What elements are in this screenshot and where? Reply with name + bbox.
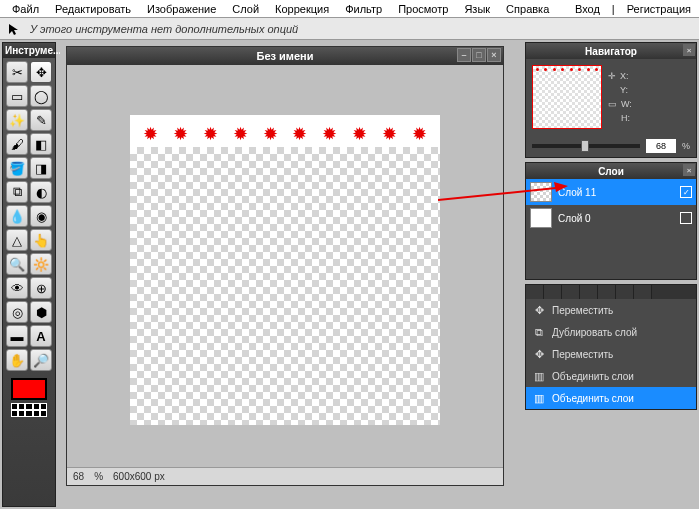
burn-tool[interactable]: 🔆	[30, 253, 52, 275]
login-link[interactable]: Вход	[571, 1, 604, 17]
move-icon: ✥	[532, 303, 546, 317]
maximize-button[interactable]: □	[472, 48, 486, 62]
hand-tool[interactable]: ✋	[6, 349, 28, 371]
sponge-tool[interactable]: ◉	[30, 205, 52, 227]
move-tool-icon	[4, 20, 24, 38]
move-icon: ✥	[532, 347, 546, 361]
rect-icon-info: ▭	[608, 99, 617, 109]
stamp-tool[interactable]: ⬢	[30, 301, 52, 323]
panel-close-icon[interactable]: ×	[683, 44, 695, 56]
history-item[interactable]: ✥ Переместить	[526, 343, 696, 365]
canvas-area: Без имени – □ × ✹ ✹ ✹ ✹ ✹ ✹ ✹	[60, 42, 521, 507]
layer-thumbnail	[530, 208, 552, 228]
zoom-input[interactable]: 68	[646, 139, 676, 153]
zoom-tool[interactable]: 🔎	[30, 349, 52, 371]
separator: |	[608, 1, 619, 17]
history-item[interactable]: ▥ Объединить слои	[526, 387, 696, 409]
spot-tool[interactable]: ⊕	[30, 277, 52, 299]
lasso-tool[interactable]: ◯	[30, 85, 52, 107]
star-shape: ✹	[143, 123, 158, 145]
layer-visibility-checkbox[interactable]: ✓	[680, 186, 692, 198]
history-item[interactable]: ✥ Переместить	[526, 299, 696, 321]
toolbox-title: Инструме...	[3, 43, 55, 58]
history-tabs	[526, 285, 696, 299]
options-bar: У этого инструмента нет дополнительных о…	[0, 18, 699, 40]
type-tool[interactable]: A	[30, 325, 52, 347]
canvas-dims: 600x600 px	[113, 471, 165, 482]
bucket-tool[interactable]: 🪣	[6, 157, 28, 179]
menu-layer[interactable]: Слой	[224, 1, 267, 17]
history-tab[interactable]	[562, 285, 580, 299]
history-label: Объединить слои	[552, 371, 634, 382]
menu-file[interactable]: Файл	[4, 1, 47, 17]
navigator-thumbnail[interactable]	[532, 65, 602, 129]
history-tab[interactable]	[544, 285, 562, 299]
pinch-tool[interactable]: ◎	[6, 301, 28, 323]
star-shape: ✹	[292, 123, 307, 145]
document-statusbar: 68 % 600x600 px	[67, 467, 503, 485]
layer-thumbnail	[530, 182, 552, 202]
move-tool[interactable]: ✥	[30, 61, 52, 83]
navigator-title: Навигатор	[585, 46, 637, 57]
history-item[interactable]: ⧉ Дублировать слой	[526, 321, 696, 343]
history-tab[interactable]	[580, 285, 598, 299]
blur-tool[interactable]: 💧	[6, 205, 28, 227]
canvas[interactable]: ✹ ✹ ✹ ✹ ✹ ✹ ✹ ✹ ✹ ✹	[130, 115, 440, 425]
minimize-button[interactable]: –	[457, 48, 471, 62]
dodge-tool[interactable]: 🔍	[6, 253, 28, 275]
star-shape: ✹	[322, 123, 337, 145]
star-shape: ✹	[352, 123, 367, 145]
pencil-tool[interactable]: ✎	[30, 109, 52, 131]
transparent-area	[130, 147, 440, 425]
document-viewport[interactable]: ✹ ✹ ✹ ✹ ✹ ✹ ✹ ✹ ✹ ✹	[67, 65, 503, 467]
brush-tool[interactable]: 🖌	[6, 133, 28, 155]
document-titlebar[interactable]: Без имени – □ ×	[67, 47, 503, 65]
pattern-swatch[interactable]	[11, 403, 47, 417]
crosshair-icon: ✛	[608, 71, 616, 81]
sharpen-tool[interactable]: △	[6, 229, 28, 251]
history-item[interactable]: ▥ Объединить слои	[526, 365, 696, 387]
menu-adjust[interactable]: Коррекция	[267, 1, 337, 17]
history-label: Дублировать слой	[552, 327, 637, 338]
w-label: W:	[621, 99, 632, 109]
layer-row[interactable]: Слой 11 ✓	[526, 179, 696, 205]
panel-close-icon[interactable]: ×	[683, 164, 695, 176]
menu-image[interactable]: Изображение	[139, 1, 224, 17]
star-shape: ✹	[263, 123, 278, 145]
merge-icon: ▥	[532, 391, 546, 405]
menu-help[interactable]: Справка	[498, 1, 557, 17]
close-button[interactable]: ×	[487, 48, 501, 62]
history-panel: ✥ Переместить ⧉ Дублировать слой ✥ Перем…	[525, 284, 697, 410]
layer-row[interactable]: Слой 0	[526, 205, 696, 231]
menu-filter[interactable]: Фильтр	[337, 1, 390, 17]
redeye-tool[interactable]: 👁	[6, 277, 28, 299]
history-tab[interactable]	[598, 285, 616, 299]
layer-name: Слой 11	[558, 187, 596, 198]
star-shape: ✹	[173, 123, 188, 145]
layer-visibility-checkbox[interactable]	[680, 212, 692, 224]
foreground-color[interactable]	[11, 378, 47, 400]
history-tab[interactable]	[616, 285, 634, 299]
history-tab[interactable]	[634, 285, 652, 299]
history-label: Переместить	[552, 349, 613, 360]
star-shape: ✹	[203, 123, 218, 145]
replace-tool[interactable]: ◐	[30, 181, 52, 203]
smudge-tool[interactable]: 👆	[30, 229, 52, 251]
history-tab[interactable]	[526, 285, 544, 299]
menu-edit[interactable]: Редактировать	[47, 1, 139, 17]
clone-tool[interactable]: ⧉	[6, 181, 28, 203]
crop-tool[interactable]: ✂	[6, 61, 28, 83]
eraser-tool[interactable]: ◧	[30, 133, 52, 155]
shape-tool[interactable]: ▬	[6, 325, 28, 347]
merge-icon: ▥	[532, 369, 546, 383]
zoom-slider[interactable]	[532, 144, 640, 148]
gradient-tool[interactable]: ◨	[30, 157, 52, 179]
wand-tool[interactable]: ✨	[6, 109, 28, 131]
zoom-unit-nav: %	[682, 141, 690, 151]
menu-view[interactable]: Просмотр	[390, 1, 456, 17]
marquee-tool[interactable]: ▭	[6, 85, 28, 107]
register-link[interactable]: Регистрация	[623, 1, 695, 17]
menu-lang[interactable]: Язык	[456, 1, 498, 17]
duplicate-icon: ⧉	[532, 325, 546, 339]
menu-bar: Файл Редактировать Изображение Слой Корр…	[0, 0, 699, 18]
